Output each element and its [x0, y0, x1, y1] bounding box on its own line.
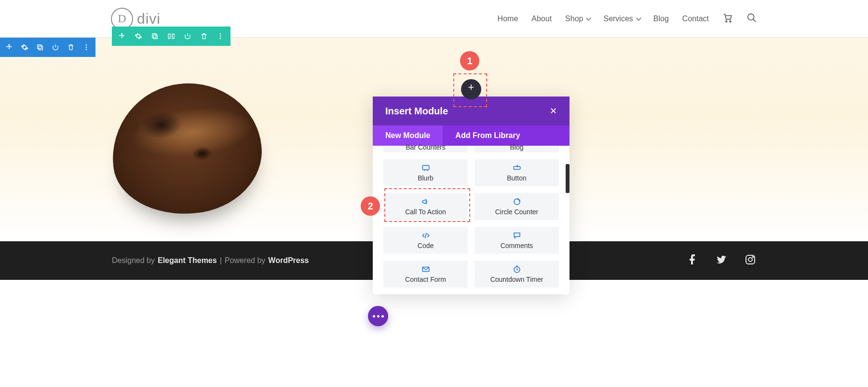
module-label: Bar Counters [406, 143, 445, 151]
svg-point-15 [220, 38, 221, 39]
clock-icon [513, 265, 521, 274]
annotation-step-2: 2 [361, 196, 380, 216]
section-toolbar [0, 38, 95, 57]
dot-icon [377, 315, 380, 318]
svg-point-13 [220, 33, 221, 35]
module-label: Blog [510, 143, 523, 151]
module-button[interactable]: Button [475, 159, 559, 186]
modal-title: Insert Module [385, 106, 448, 117]
hero-image [106, 76, 268, 221]
nav-home[interactable]: Home [498, 14, 518, 23]
module-contact-form[interactable]: Contact Form [383, 261, 468, 288]
dot-icon [381, 315, 384, 318]
module-label: Countdown Timer [490, 276, 543, 283]
gear-icon[interactable] [19, 42, 30, 53]
footer-wordpress[interactable]: WordPress [268, 256, 309, 265]
footer-designed-by: Designed by [112, 256, 155, 265]
nav-about[interactable]: About [531, 14, 552, 23]
footer-elegant-themes[interactable]: Elegant Themes [158, 256, 217, 265]
primary-nav: Home About Shop Services Blog Contact [498, 13, 757, 25]
more-icon[interactable] [81, 42, 92, 53]
footer-social [687, 254, 756, 267]
code-icon [421, 231, 430, 240]
comments-icon [513, 231, 521, 240]
trash-icon[interactable] [66, 42, 76, 53]
module-blog[interactable]: Blog [475, 146, 559, 152]
svg-rect-9 [153, 35, 157, 39]
button-icon [513, 164, 521, 172]
twitter-icon[interactable] [716, 254, 727, 267]
nav-shop-label: Shop [565, 14, 583, 23]
svg-rect-10 [152, 34, 156, 38]
move-icon[interactable] [4, 42, 14, 53]
svg-point-18 [753, 257, 754, 258]
annotation-highlight-2 [384, 188, 470, 222]
nav-contact[interactable]: Contact [682, 14, 709, 23]
row-toolbar [112, 27, 231, 46]
svg-rect-4 [39, 46, 42, 50]
module-countdown-timer[interactable]: Countdown Timer [475, 261, 559, 288]
module-comments[interactable]: Comments [475, 227, 559, 254]
logo-text: divi [137, 11, 161, 27]
dot-icon [373, 315, 375, 318]
svg-point-6 [86, 44, 87, 46]
footer-separator: | [220, 256, 222, 265]
instagram-icon[interactable] [745, 254, 756, 267]
module-label: Blurb [418, 174, 434, 182]
footer-powered-by: Powered by [225, 256, 266, 265]
power-icon[interactable] [50, 42, 61, 53]
svg-point-7 [86, 47, 87, 48]
svg-rect-19 [422, 166, 429, 170]
trash-icon[interactable] [199, 31, 209, 41]
module-label: Button [507, 174, 526, 182]
annotation-step-1: 1 [460, 51, 479, 70]
module-label: Contact Form [405, 276, 446, 283]
power-icon[interactable] [182, 31, 193, 41]
svg-point-0 [726, 20, 727, 22]
tab-new-module[interactable]: New Module [373, 125, 443, 146]
cart-icon[interactable] [722, 13, 733, 25]
module-circle-counter[interactable]: Circle Counter [475, 193, 559, 220]
svg-point-2 [748, 14, 754, 20]
svg-point-17 [748, 258, 752, 262]
chevron-down-icon [636, 15, 641, 20]
module-bar-counters[interactable]: Bar Counters [383, 146, 468, 152]
module-code[interactable]: Code [383, 227, 468, 254]
module-grid: Blurb Button Call To Action Circle Count… [383, 159, 559, 288]
module-label: Circle Counter [495, 208, 538, 216]
footer-credits: Designed by Elegant Themes | Powered by … [112, 256, 309, 265]
chevron-down-icon [586, 15, 591, 20]
gear-icon[interactable] [133, 31, 144, 41]
blurb-icon [421, 164, 430, 172]
svg-rect-11 [168, 34, 170, 38]
svg-point-1 [730, 20, 731, 22]
modal-tabs: New Module Add From Library [373, 125, 570, 146]
search-icon[interactable] [746, 13, 757, 25]
duplicate-icon[interactable] [149, 31, 160, 41]
columns-icon[interactable] [166, 31, 176, 41]
modal-scrollbar[interactable] [566, 164, 570, 193]
svg-rect-12 [172, 34, 174, 38]
builder-more-button[interactable] [368, 306, 388, 326]
svg-point-8 [86, 49, 87, 50]
nav-blog[interactable]: Blog [653, 14, 669, 23]
tab-add-from-library[interactable]: Add From Library [443, 125, 532, 146]
nav-services-label: Services [603, 14, 633, 23]
envelope-icon [421, 265, 430, 274]
facebook-icon[interactable] [687, 254, 698, 267]
module-blurb[interactable]: Blurb [383, 159, 468, 186]
nav-shop[interactable]: Shop [565, 14, 590, 23]
duplicate-icon[interactable] [35, 42, 45, 53]
more-icon[interactable] [215, 31, 226, 41]
module-label: Code [418, 242, 434, 249]
svg-line-3 [753, 19, 756, 22]
svg-point-14 [220, 36, 221, 37]
circle-counter-icon [513, 197, 521, 206]
move-icon[interactable] [117, 31, 127, 41]
annotation-highlight-1 [453, 73, 487, 107]
module-label: Comments [501, 242, 533, 249]
svg-rect-5 [38, 45, 41, 49]
nav-services[interactable]: Services [603, 14, 639, 23]
close-icon[interactable]: ✕ [550, 106, 557, 116]
